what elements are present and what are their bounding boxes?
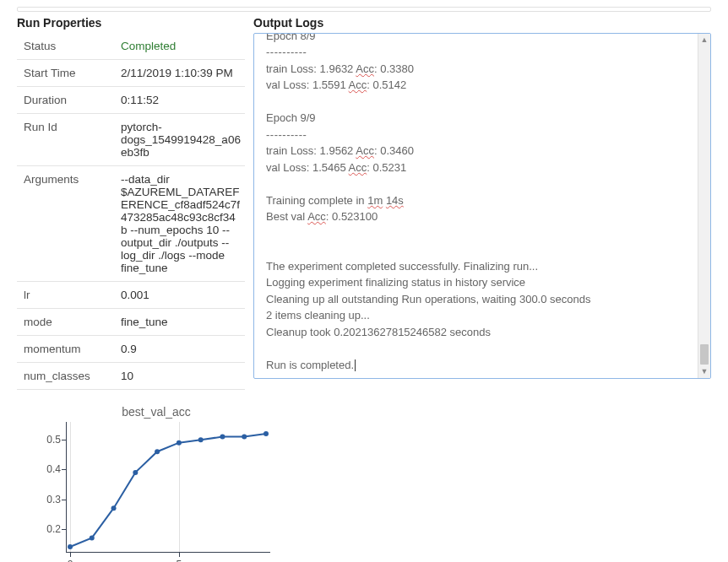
property-value: --data_dir $AZUREML_DATAREFERENCE_cf8adf… [121, 173, 242, 274]
property-key: Status [24, 40, 121, 52]
chart-point [111, 505, 117, 511]
property-value: 0.9 [121, 343, 242, 355]
chart-point [177, 440, 182, 446]
property-value: 10 [121, 370, 242, 382]
property-row-num-classes: num_classes 10 [17, 363, 245, 390]
x-tick-label: 5 [177, 559, 182, 562]
chart-point [263, 431, 269, 436]
scroll-down-icon[interactable]: ▼ [698, 365, 710, 378]
chart-best-val-acc: best_val_acc 050.20.30.40.5 [17, 405, 270, 562]
property-value-status: Completed [121, 40, 242, 52]
run-properties-heading: Run Properties [17, 16, 245, 30]
chart-point [242, 435, 247, 440]
property-row-momentum: momentum 0.9 [17, 336, 245, 363]
property-value: 0.001 [121, 289, 242, 301]
property-key: Start Time [24, 67, 121, 79]
chart-point [68, 544, 73, 549]
property-value: fine_tune [121, 316, 242, 328]
property-row-duration: Duration 0:11:52 [17, 87, 245, 114]
chart-title: best_val_acc [42, 405, 270, 419]
chart-point [198, 437, 204, 442]
y-tick-label: 0.5 [46, 434, 61, 446]
property-value: 2/11/2019 1:10:39 PM [121, 67, 242, 79]
x-tick-label: 0 [68, 559, 73, 562]
output-logs-textarea[interactable]: val Loss: 1.5672 Acc: 0.5156 Epoch 8/9 -… [253, 33, 711, 379]
y-tick-label: 0.2 [46, 523, 61, 535]
property-key: Run Id [24, 121, 121, 159]
log-scrollbar[interactable]: ▲ ▼ [698, 34, 710, 378]
property-key: num_classes [24, 370, 121, 382]
chart-point [155, 449, 160, 454]
chart-point [220, 435, 225, 440]
property-key: Arguments [24, 173, 121, 274]
property-key: Duration [24, 94, 121, 106]
property-row-lr: lr 0.001 [17, 282, 245, 309]
y-tick-label: 0.3 [46, 494, 61, 505]
property-value: 0:11:52 [121, 94, 242, 106]
chart-line [67, 422, 270, 552]
property-row-start-time: Start Time 2/11/2019 1:10:39 PM [17, 60, 245, 87]
chart-point [90, 535, 95, 540]
output-logs-heading: Output Logs [253, 16, 711, 30]
property-row-run-id: Run Id pytorch-dogs_1549919428_a06eb3fb [17, 114, 245, 166]
property-key: mode [24, 316, 121, 328]
property-row-arguments: Arguments --data_dir $AZUREML_DATAREFERE… [17, 166, 245, 282]
scroll-thumb[interactable] [700, 344, 709, 365]
text-cursor [355, 359, 356, 371]
property-key: lr [24, 289, 121, 301]
scroll-up-icon[interactable]: ▲ [698, 34, 710, 46]
property-key: momentum [24, 343, 121, 355]
panel-divider [17, 7, 711, 12]
property-row-status: Status Completed [17, 33, 245, 60]
chart-point [133, 470, 138, 475]
y-tick-label: 0.4 [46, 463, 61, 475]
property-value: pytorch-dogs_1549919428_a06eb3fb [121, 121, 242, 159]
property-row-mode: mode fine_tune [17, 309, 245, 336]
